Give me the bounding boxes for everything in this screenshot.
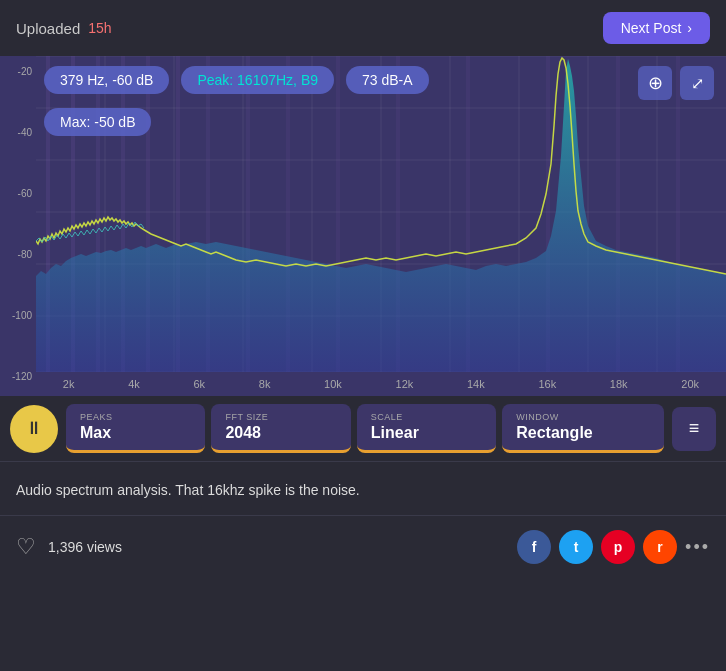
info-badges: 379 Hz, -60 dB Peak: 16107Hz, B9 73 dB-A — [44, 66, 429, 94]
description-section: Audio spectrum analysis. That 16khz spik… — [0, 462, 726, 515]
pinterest-share-button[interactable]: p — [601, 530, 635, 564]
y-label-6: -120 — [2, 371, 32, 382]
expand-icon: ⤢ — [691, 74, 704, 93]
y-label-1: -20 — [2, 66, 32, 77]
twitter-share-button[interactable]: t — [559, 530, 593, 564]
control-panel: PEAKS Max FFT SIZE 2048 SCALE Linear WIN… — [66, 404, 664, 453]
menu-icon: ≡ — [689, 418, 700, 439]
fft-value: 2048 — [225, 424, 336, 442]
x-label-8k: 8k — [259, 378, 271, 390]
x-label-12k: 12k — [396, 378, 414, 390]
pinterest-icon: p — [614, 539, 623, 555]
footer: ♡ 1,396 views f t p r ••• — [0, 516, 726, 578]
freq-badge: 379 Hz, -60 dB — [44, 66, 169, 94]
freq-label: 379 Hz, -60 dB — [60, 72, 153, 88]
header: Uploaded 15h Next Post › — [0, 0, 726, 56]
crosshair-button[interactable]: ⊕ — [638, 66, 672, 100]
reddit-share-button[interactable]: r — [643, 530, 677, 564]
chevron-right-icon: › — [687, 20, 692, 36]
header-left: Uploaded 15h — [16, 20, 112, 37]
x-label-10k: 10k — [324, 378, 342, 390]
next-post-button[interactable]: Next Post › — [603, 12, 710, 44]
controls-bar: ⏸ PEAKS Max FFT SIZE 2048 SCALE Linear W… — [0, 396, 726, 462]
more-icon: ••• — [685, 537, 710, 557]
time-ago-badge: 15h — [88, 20, 111, 36]
spectrum-svg — [36, 56, 726, 372]
more-options-button[interactable]: ••• — [685, 537, 710, 558]
facebook-share-button[interactable]: f — [517, 530, 551, 564]
db-label: 73 dB-A — [362, 72, 413, 88]
scale-value: Linear — [371, 424, 482, 442]
max-label-badge: Max: -50 dB — [44, 108, 151, 136]
social-icons: f t p r ••• — [517, 530, 710, 564]
x-label-16k: 16k — [538, 378, 556, 390]
views-count: 1,396 views — [48, 539, 122, 555]
db-badge: 73 dB-A — [346, 66, 429, 94]
max-label: Max: -50 dB — [60, 114, 135, 130]
x-label-18k: 18k — [610, 378, 628, 390]
next-post-label: Next Post — [621, 20, 682, 36]
x-label-2k: 2k — [63, 378, 75, 390]
max-badge: Max: -50 dB — [44, 108, 151, 136]
peak-badge: Peak: 16107Hz, B9 — [181, 66, 334, 94]
peaks-label: PEAKS — [80, 412, 191, 422]
twitter-icon: t — [574, 539, 579, 555]
uploaded-label: Uploaded — [16, 20, 80, 37]
y-axis: -20 -40 -60 -80 -100 -120 — [0, 56, 36, 396]
crosshair-icon: ⊕ — [648, 72, 663, 94]
scale-control[interactable]: SCALE Linear — [357, 404, 496, 453]
y-label-2: -40 — [2, 127, 32, 138]
x-axis: 2k 4k 6k 8k 10k 12k 14k 16k 18k 20k — [36, 372, 726, 396]
window-label: WINDOW — [516, 412, 650, 422]
peak-label: Peak: 16107Hz, B9 — [197, 72, 318, 88]
x-label-4k: 4k — [128, 378, 140, 390]
window-control[interactable]: WINDOW Rectangle — [502, 404, 664, 453]
window-value: Rectangle — [516, 424, 650, 442]
expand-button[interactable]: ⤢ — [680, 66, 714, 100]
facebook-icon: f — [532, 539, 537, 555]
x-label-6k: 6k — [193, 378, 205, 390]
description-text: Audio spectrum analysis. That 16khz spik… — [16, 480, 710, 501]
spectrum-icon-buttons[interactable]: ⊕ ⤢ — [638, 66, 714, 100]
fft-control[interactable]: FFT SIZE 2048 — [211, 404, 350, 453]
x-label-20k: 20k — [681, 378, 699, 390]
heart-icon: ♡ — [16, 534, 36, 560]
play-pause-button[interactable]: ⏸ — [10, 405, 58, 453]
like-button[interactable]: ♡ — [16, 534, 36, 560]
reddit-icon: r — [657, 539, 662, 555]
menu-button[interactable]: ≡ — [672, 407, 716, 451]
scale-label: SCALE — [371, 412, 482, 422]
y-label-3: -60 — [2, 188, 32, 199]
y-label-5: -100 — [2, 310, 32, 321]
spectrum-visualizer: -20 -40 -60 -80 -100 -120 — [0, 56, 726, 396]
peaks-control[interactable]: PEAKS Max — [66, 404, 205, 453]
pause-icon: ⏸ — [25, 418, 43, 439]
peaks-value: Max — [80, 424, 191, 442]
y-label-4: -80 — [2, 249, 32, 260]
x-label-14k: 14k — [467, 378, 485, 390]
fft-label: FFT SIZE — [225, 412, 336, 422]
